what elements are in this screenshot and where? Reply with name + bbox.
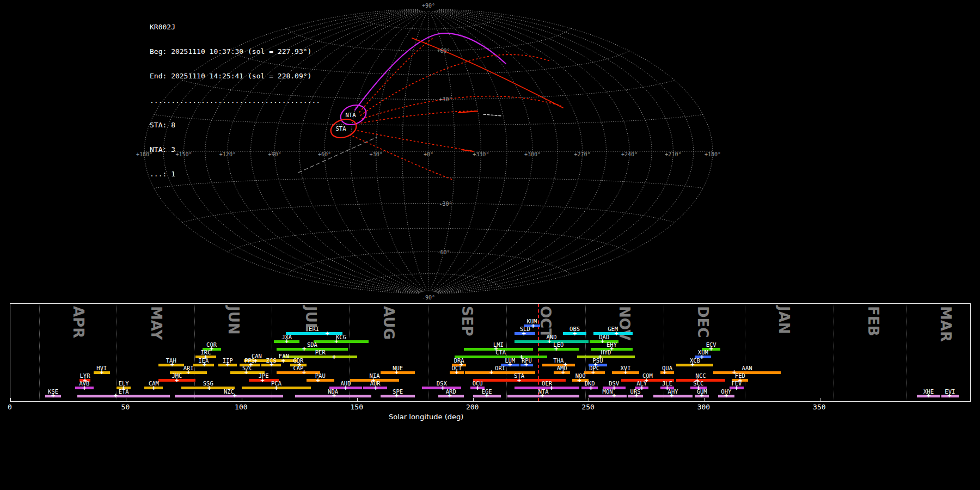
x-tick-label: 150 [350,403,363,411]
radiant-label-sta: STA [336,125,347,132]
shower-bar-cap [277,371,321,374]
month-label-nov: NOV [616,306,633,340]
shower-label-eri: ERI [309,326,319,332]
shower-peak-marker: + [573,330,577,337]
x-tick-mark [704,398,705,401]
x-tick-mark [589,398,589,401]
x-tick-label: 350 [813,403,825,411]
shower-peak-marker: + [441,385,445,391]
shower-peak-marker: + [82,385,86,391]
shower-label-eta: ETA [119,389,129,394]
shower-label-mon: MON [603,389,613,394]
radiant-label-nta: NTA [346,112,357,118]
x-tick-mark [242,398,242,401]
x-tick-label: 200 [466,403,479,411]
x-tick-mark [126,398,126,401]
shower-peak-marker: + [51,393,55,399]
shower-bar-pau [307,379,334,382]
meteor-trail [483,114,502,116]
month-gridline [906,304,907,401]
shower-peak-marker: + [517,377,521,384]
count-other: ...: 1 [150,170,320,178]
month-label-may: MAY [148,306,164,340]
station-id: KR002J [150,23,320,31]
shower-peak-marker: + [947,393,951,399]
shower-peak-marker: + [724,393,728,399]
shower-peak-marker: + [700,354,704,360]
count-nta: NTA: 3 [150,145,320,154]
session-end: End: 20251110 14:25:41 (sol = 228.09°) [150,72,320,80]
shower-peak-marker: + [476,385,480,391]
shower-peak-marker: + [448,393,452,399]
shower-peak-marker: + [589,385,593,391]
month-label-mar: MAR [938,306,954,342]
meteor-trail [360,54,550,115]
month-label-dec: DEC [695,306,711,338]
shower-peak-marker: + [285,338,289,345]
shower-peak-marker: + [226,362,230,368]
shower-peak-marker: + [100,369,103,376]
shower-peak-marker: + [274,385,278,391]
shower-peak-marker: + [281,358,285,364]
x-tick-label: 250 [581,403,594,411]
x-tick-label: 0 [8,403,12,411]
shower-peak-marker: + [203,362,206,368]
x-axis: Solar longitude (deg) 050100150200250300… [10,403,970,427]
shower-peak-marker: + [540,393,544,399]
app-root: { "colors": { "cyan":"#00dce8","blue":"#… [0,0,980,490]
month-label-jun: JUN [225,306,242,335]
shower-peak-marker: + [395,369,399,376]
shower-peak-marker: + [700,393,704,399]
month-label-apr: APR [70,306,87,338]
shower-peak-marker: + [531,323,535,329]
shower-peak-marker: + [591,369,595,376]
shower-bar-mon [589,395,627,397]
count-sta: STA: 8 [150,121,320,129]
pole-label-south: -90° [422,295,435,301]
shower-peak-marker: + [554,346,558,352]
session-info: KR002J Beg: 20251110 10:37:30 (sol = 227… [150,7,320,194]
longitude-label: +300° [524,151,541,157]
month-label-aug: AUG [381,306,397,340]
month-gridline [506,304,507,401]
latitude-label: -30° [439,201,452,207]
sky-map: NTASTA+90°-90°+60°+30°-30°-60°+180°+150°… [0,0,980,303]
shower-bar-eta [77,395,170,397]
shower-peak-marker: + [395,393,399,399]
month-gridline [39,304,40,401]
shower-peak-marker: + [334,338,338,345]
shower-peak-marker: + [170,362,174,368]
shower-peak-marker: + [623,369,627,376]
shower-peak-marker: + [374,385,378,391]
x-tick-mark [10,398,11,401]
shower-label-sda: SDA [307,342,317,347]
shower-peak-marker: + [709,346,713,352]
shower-peak-marker: + [522,330,525,337]
shower-bar-ori [465,371,536,374]
plot-stage: NTASTA+90°-90°+60°+30°-30°-60°+180°+150°… [0,0,980,490]
month-gridline [745,304,745,401]
shower-bar-qua [660,371,674,374]
shower-peak-marker: + [634,393,638,399]
shower-bar-leo [538,348,579,351]
shower-peak-marker: + [549,385,553,391]
shower-peak-marker: + [175,377,179,384]
longitude-label: +240° [621,151,638,157]
shower-peak-marker: + [232,393,236,399]
x-tick-label: 50 [121,403,130,411]
shower-label-tha: THA [553,358,564,363]
separator: ........................................ [150,96,320,105]
shower-peak-marker: + [612,393,616,399]
shower-bar-and [514,340,589,343]
x-axis-title: Solar longitude (deg) [389,413,463,421]
month-gridline [834,304,834,401]
shower-label-cta: CTA [495,350,506,355]
latitude-label: +60° [437,48,450,54]
shower-peak-marker: + [302,369,306,376]
shower-peak-marker: + [344,385,347,391]
longitude-label: +330° [473,151,489,157]
shower-peak-marker: + [244,369,248,376]
longitude-label: +270° [574,151,590,157]
shower-peak-marker: + [547,338,551,345]
shower-peak-marker: + [614,330,618,337]
